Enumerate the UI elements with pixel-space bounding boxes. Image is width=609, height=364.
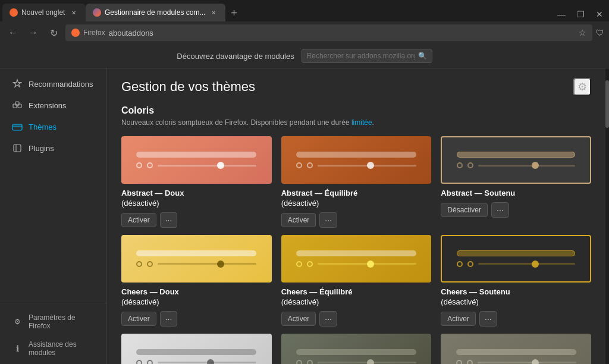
- sidebar-item-plugins[interactable]: Plugins: [2, 138, 104, 158]
- browser-chrome: Nouvel onglet ✕ Gestionnaire de modules …: [0, 0, 609, 44]
- theme-card-cheers-soutenu: Cheers — Soutenu(désactivé) Activer ···: [441, 235, 591, 327]
- theme-name-cheers-equilibre: Cheers — Équilibré(désactivé): [281, 287, 432, 307]
- extensions-icon: [12, 100, 23, 111]
- address-text: aboutaddons: [109, 29, 575, 37]
- discover-search-input[interactable]: [307, 52, 415, 60]
- sidebar-extensions-label: Extensions: [29, 101, 67, 110]
- theme-preview-abstract-soutenu: [441, 136, 591, 184]
- sidebar-support-label: Assistance des modules: [29, 340, 95, 357]
- themes-icon: [12, 121, 23, 132]
- more-cheers-doux-button[interactable]: ···: [160, 311, 178, 327]
- restore-button[interactable]: ❐: [573, 7, 588, 21]
- plugins-icon: [12, 143, 23, 153]
- activate-abstract-equilibre-button[interactable]: Activer: [281, 213, 316, 227]
- sidebar-settings-label: Paramètres de Firefox: [29, 313, 95, 330]
- activate-cheers-doux-button[interactable]: Activer: [121, 312, 156, 326]
- tab-2-label: Gestionnaire de modules com...: [105, 8, 205, 17]
- bookmark-icon[interactable]: ☆: [579, 28, 586, 37]
- theme-name-cheers-soutenu: Cheers — Soutenu(désactivé): [441, 287, 591, 307]
- sidebar-themes-label: Thèmes: [29, 123, 56, 131]
- theme-preview-elemental-equilibre: [281, 334, 432, 364]
- activate-abstract-doux-button[interactable]: Activer: [121, 213, 156, 227]
- firefox-tab-icon: [10, 8, 18, 17]
- activate-cheers-soutenu-button[interactable]: Activer: [441, 312, 476, 326]
- addon-tab-icon: [93, 8, 101, 17]
- main-layout: Recommandations Extensions Thèmes: [0, 68, 609, 364]
- theme-preview-abstract-doux: [121, 136, 272, 184]
- more-abstract-doux-button[interactable]: ···: [160, 212, 178, 228]
- tab-1-close[interactable]: ✕: [69, 8, 79, 17]
- discover-search[interactable]: 🔍: [302, 49, 432, 63]
- coloris-section: Coloris Nouveaux coloris somptueux de Fi…: [121, 105, 591, 364]
- tab-2[interactable]: Gestionnaire de modules com... ✕: [86, 4, 225, 21]
- svg-rect-6: [14, 145, 21, 152]
- tab-bar: Nouvel onglet ✕ Gestionnaire de modules …: [0, 0, 609, 21]
- page-title: Gestion de vos thèmes: [121, 79, 255, 95]
- theme-actions-abstract-equilibre: Activer ···: [281, 212, 432, 228]
- more-cheers-equilibre-button[interactable]: ···: [319, 311, 337, 327]
- window-controls: — ❐ ✕: [554, 7, 607, 21]
- sidebar-recommandations-label: Recommandations: [29, 80, 93, 89]
- sidebar-item-recommandations[interactable]: Recommandations: [2, 74, 104, 94]
- shield-icon[interactable]: 🛡: [596, 28, 604, 37]
- theme-preview-elemental-soutenu: [441, 334, 591, 364]
- theme-name-cheers-doux: Cheers — Doux(désactivé): [121, 287, 272, 307]
- sidebar-item-extensions[interactable]: Extensions: [2, 95, 104, 115]
- sidebar-bottom: ⚙ Paramètres de Firefox ℹ Assistance des…: [0, 303, 106, 362]
- nav-bar: ← → ↻ Firefox aboutaddons ☆ 🛡: [0, 21, 609, 44]
- theme-card-cheers-equilibre: Cheers — Équilibré(désactivé) Activer ··…: [281, 235, 432, 327]
- theme-actions-abstract-soutenu: Désactiver ···: [441, 202, 591, 218]
- page-gear-button[interactable]: ⚙: [573, 78, 591, 96]
- back-button[interactable]: ←: [5, 24, 21, 41]
- theme-card-abstract-soutenu: Abstract — Soutenu Désactiver ···: [441, 136, 591, 228]
- page-header: Gestion de vos thèmes ⚙: [121, 78, 591, 96]
- theme-card-cheers-doux: Cheers — Doux(désactivé) Activer ···: [121, 235, 272, 327]
- close-button[interactable]: ✕: [592, 7, 607, 21]
- content-area: Gestion de vos thèmes ⚙ Coloris Nouveaux…: [107, 68, 605, 364]
- refresh-button[interactable]: ↻: [45, 24, 62, 41]
- section-desc-link[interactable]: limitée: [351, 118, 372, 127]
- firefox-label: Firefox: [83, 29, 105, 37]
- theme-preview-cheers-soutenu: [441, 235, 591, 283]
- theme-preview-cheers-doux: [121, 235, 272, 283]
- more-abstract-equilibre-button[interactable]: ···: [319, 212, 337, 228]
- theme-card-abstract-equilibre: Abstract — Équilibré(désactivé) Activer …: [281, 136, 432, 228]
- activate-cheers-equilibre-button[interactable]: Activer: [281, 312, 316, 326]
- new-tab-button[interactable]: +: [225, 5, 242, 21]
- tab-2-close[interactable]: ✕: [209, 8, 218, 17]
- theme-actions-cheers-doux: Activer ···: [121, 311, 272, 327]
- svg-rect-2: [15, 102, 19, 105]
- deactivate-abstract-soutenu-button[interactable]: Désactiver: [441, 203, 488, 217]
- address-bar[interactable]: Firefox aboutaddons ☆: [65, 24, 592, 41]
- section-title-coloris: Coloris: [121, 105, 591, 116]
- tab-1[interactable]: Nouvel onglet ✕: [2, 4, 86, 21]
- svg-rect-1: [18, 104, 21, 108]
- theme-preview-cheers-equilibre: [281, 235, 432, 283]
- sidebar-item-themes[interactable]: Thèmes: [2, 117, 104, 137]
- section-desc-coloris: Nouveaux coloris somptueux de Firefox. D…: [121, 118, 591, 127]
- svg-rect-4: [12, 124, 22, 127]
- theme-card-elemental-soutenu: Elemental — Soutenu Activer ···: [441, 334, 591, 364]
- tab-1-label: Nouvel onglet: [21, 8, 65, 17]
- theme-preview-abstract-equilibre: [281, 136, 432, 184]
- more-abstract-soutenu-button[interactable]: ···: [491, 202, 509, 218]
- theme-preview-elemental-doux: [121, 334, 272, 364]
- sidebar-item-support[interactable]: ℹ Assistance des modules: [2, 335, 104, 362]
- theme-actions-cheers-soutenu: Activer ···: [441, 311, 591, 327]
- recommandations-icon: [12, 79, 23, 89]
- discover-bar: Découvrez davantage de modules 🔍: [0, 44, 609, 68]
- more-cheers-soutenu-button[interactable]: ···: [479, 311, 497, 327]
- theme-actions-cheers-equilibre: Activer ···: [281, 311, 432, 327]
- sidebar-plugins-label: Plugins: [29, 144, 54, 153]
- theme-card-elemental-doux: Elemental — Doux Activer ···: [121, 334, 272, 364]
- forward-button[interactable]: →: [25, 24, 42, 41]
- scrollbar-thumb[interactable]: [605, 80, 609, 128]
- theme-name-abstract-equilibre: Abstract — Équilibré(désactivé): [281, 189, 432, 209]
- sidebar-item-settings[interactable]: ⚙ Paramètres de Firefox: [2, 309, 104, 335]
- nav-right-icons: 🛡: [596, 28, 604, 37]
- discover-label: Découvrez davantage de modules: [177, 52, 294, 61]
- minimize-button[interactable]: —: [554, 7, 569, 21]
- theme-grid: Abstract — Doux(désactivé) Activer ···: [121, 136, 591, 364]
- search-icon: 🔍: [418, 52, 427, 60]
- theme-name-abstract-soutenu: Abstract — Soutenu: [441, 189, 591, 199]
